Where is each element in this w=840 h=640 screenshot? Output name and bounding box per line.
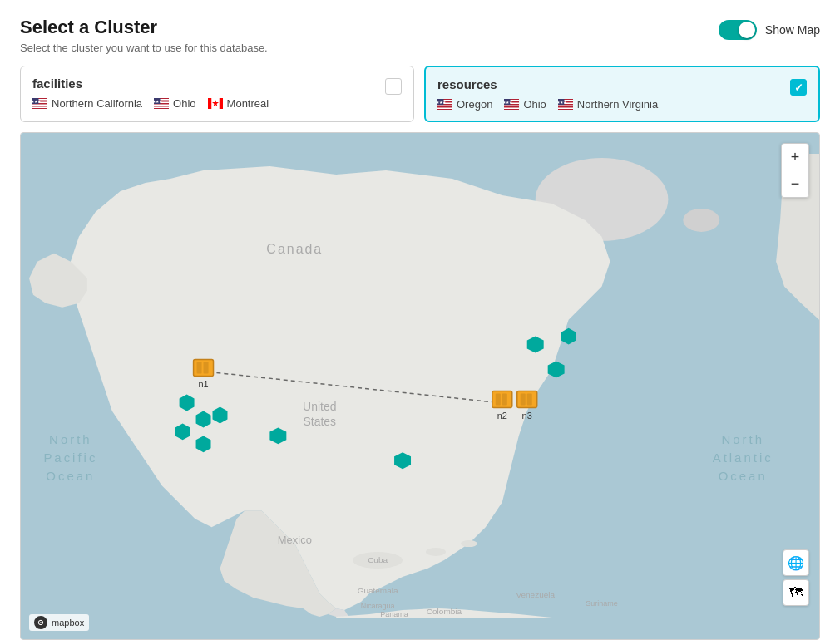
svg-rect-53 bbox=[558, 106, 573, 107]
svg-text:★★★: ★★★ bbox=[154, 100, 163, 104]
mapbox-logo-icon: ⊙ bbox=[34, 616, 47, 629]
us-flag-oregon: ★★★ bbox=[437, 99, 452, 110]
globe-button[interactable]: 🌐 bbox=[783, 549, 809, 576]
page-subtitle: Select the cluster you want to use for t… bbox=[20, 42, 268, 54]
map-container[interactable]: Canada United States Mexico Cuba Guatema… bbox=[20, 132, 820, 640]
page-title: Select a Cluster bbox=[20, 17, 268, 38]
header: Select a Cluster Select the cluster you … bbox=[20, 17, 820, 54]
zoom-in-button[interactable]: + bbox=[782, 144, 808, 170]
svg-text:Suriname: Suriname bbox=[586, 599, 617, 608]
svg-text:Canada: Canada bbox=[266, 242, 323, 256]
svg-text:Ocean: Ocean bbox=[46, 469, 95, 483]
region-item-montreal: Montreal bbox=[208, 97, 269, 110]
svg-point-63 bbox=[426, 548, 446, 556]
svg-text:Nicaragua: Nicaragua bbox=[361, 602, 395, 610]
svg-text:Venezuela: Venezuela bbox=[516, 590, 555, 599]
svg-text:Pacific: Pacific bbox=[43, 450, 97, 465]
svg-rect-8 bbox=[32, 108, 47, 109]
header-right: Show Map bbox=[719, 20, 820, 40]
mapbox-label: mapbox bbox=[52, 618, 84, 628]
ca-flag-montreal bbox=[208, 98, 223, 109]
svg-text:n1: n1 bbox=[198, 379, 208, 389]
svg-rect-6 bbox=[32, 106, 47, 107]
svg-text:Guatemala: Guatemala bbox=[358, 586, 398, 595]
svg-rect-98 bbox=[496, 393, 501, 405]
svg-text:★★★: ★★★ bbox=[437, 101, 447, 105]
svg-text:Mexico: Mexico bbox=[278, 534, 312, 546]
svg-text:n3: n3 bbox=[522, 411, 532, 421]
us-flag-ohio-f: ★★★ bbox=[154, 98, 169, 109]
map-extra-controls: 🌐 🗺 bbox=[783, 549, 809, 606]
show-map-label: Show Map bbox=[765, 23, 820, 37]
svg-rect-43 bbox=[504, 106, 519, 108]
svg-text:United: United bbox=[303, 400, 336, 413]
svg-rect-32 bbox=[437, 106, 452, 108]
svg-rect-5 bbox=[32, 105, 47, 106]
show-map-toggle[interactable] bbox=[719, 20, 757, 40]
svg-text:Colombia: Colombia bbox=[427, 607, 462, 616]
layers-button[interactable]: 🗺 bbox=[783, 579, 809, 606]
facilities-region-list: ★★★ Northern California bbox=[32, 97, 385, 110]
svg-text:Atlantic: Atlantic bbox=[713, 450, 773, 465]
svg-rect-54 bbox=[558, 106, 573, 108]
svg-rect-56 bbox=[558, 109, 573, 110]
svg-rect-103 bbox=[527, 393, 532, 405]
svg-rect-19 bbox=[154, 108, 169, 109]
facilities-checkbox[interactable] bbox=[385, 78, 402, 95]
svg-text:Ocean: Ocean bbox=[719, 469, 768, 483]
svg-text:States: States bbox=[303, 415, 336, 428]
resources-title: resources bbox=[437, 77, 790, 91]
svg-text:★★★: ★★★ bbox=[558, 101, 567, 105]
svg-text:Cuba: Cuba bbox=[368, 555, 388, 564]
svg-rect-44 bbox=[504, 108, 519, 110]
region-name-nv: Northern Virginia bbox=[577, 98, 658, 111]
svg-text:Panama: Panama bbox=[380, 610, 408, 618]
svg-rect-23 bbox=[219, 98, 223, 109]
svg-rect-94 bbox=[197, 362, 202, 374]
svg-point-64 bbox=[461, 540, 477, 547]
map-background: Canada United States Mexico Cuba Guatema… bbox=[21, 133, 819, 639]
region-item-ohio-f: ★★★ Ohio bbox=[154, 97, 195, 110]
resources-region-list: ★★★ Oregon bbox=[437, 98, 790, 111]
region-item-nv: ★★★ Northern Virginia bbox=[558, 98, 658, 111]
map-controls: + − bbox=[781, 143, 809, 198]
region-name-oregon: Oregon bbox=[457, 98, 492, 111]
svg-rect-42 bbox=[504, 106, 519, 107]
svg-point-61 bbox=[683, 209, 719, 232]
header-left: Select a Cluster Select the cluster you … bbox=[20, 17, 268, 54]
cluster-panels: facilities bbox=[20, 66, 820, 122]
svg-rect-55 bbox=[558, 108, 573, 110]
svg-rect-31 bbox=[437, 106, 452, 107]
svg-text:★★★: ★★★ bbox=[32, 100, 42, 104]
us-flag-nv: ★★★ bbox=[558, 99, 573, 110]
svg-rect-17 bbox=[154, 106, 169, 107]
svg-rect-99 bbox=[502, 393, 507, 405]
resources-checkbox[interactable] bbox=[790, 79, 807, 96]
svg-rect-34 bbox=[437, 109, 452, 110]
svg-rect-45 bbox=[504, 109, 519, 110]
svg-text:★★★: ★★★ bbox=[504, 101, 513, 105]
region-name-ohio-r: Ohio bbox=[523, 98, 546, 111]
region-name-montreal: Montreal bbox=[227, 97, 269, 110]
us-flag-ohio-r: ★★★ bbox=[504, 99, 519, 110]
svg-rect-16 bbox=[154, 105, 169, 106]
svg-rect-18 bbox=[154, 107, 169, 109]
facilities-checkbox-container bbox=[385, 76, 402, 95]
page-container: Select a Cluster Select the cluster you … bbox=[0, 0, 840, 640]
resources-panel[interactable]: resources bbox=[424, 66, 820, 122]
us-flag-nc: ★★★ bbox=[32, 98, 47, 109]
svg-rect-7 bbox=[32, 107, 47, 109]
svg-text:North: North bbox=[49, 432, 92, 446]
svg-rect-22 bbox=[208, 98, 212, 109]
mapbox-logo: ⊙ mapbox bbox=[29, 614, 89, 631]
region-name-nc: Northern California bbox=[52, 97, 142, 110]
region-item-oregon: ★★★ Oregon bbox=[437, 98, 492, 111]
facilities-title: facilities bbox=[32, 76, 385, 91]
zoom-out-button[interactable]: − bbox=[782, 170, 808, 197]
facilities-panel-content: facilities bbox=[32, 76, 385, 110]
map-svg: Canada United States Mexico Cuba Guatema… bbox=[21, 133, 819, 639]
facilities-panel[interactable]: facilities bbox=[20, 66, 414, 122]
resources-checkbox-container bbox=[790, 77, 807, 96]
svg-rect-102 bbox=[521, 393, 526, 405]
region-name-ohio-f: Ohio bbox=[173, 97, 195, 110]
